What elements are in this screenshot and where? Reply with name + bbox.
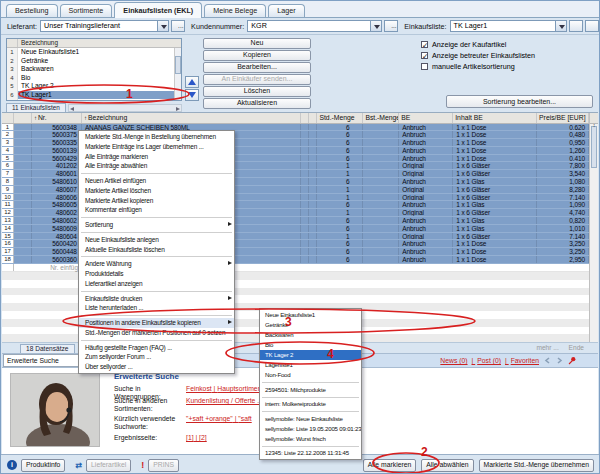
move-up-button[interactable] (185, 76, 199, 88)
menu-item[interactable]: Alle Einträge abwählen (79, 161, 234, 171)
menu-item[interactable]: Markierte Einträge ins Lager übernehmen … (79, 142, 234, 152)
submenu-item[interactable]: TK Lager 2 (260, 350, 361, 360)
gear-icon-button[interactable] (585, 20, 599, 32)
checkbox-row[interactable]: Anzeige der Kaufartikel (421, 39, 535, 50)
kundennummer-combobox[interactable]: KGR (247, 20, 382, 32)
submenu-item[interactable]: Getränke (260, 320, 361, 330)
kundennummer-browse-button[interactable]: ... (384, 20, 398, 32)
tab[interactable]: Lager (268, 4, 304, 17)
submenu-item[interactable]: Neue Einkaufsliste1 (260, 310, 361, 320)
lieferartikel-button[interactable]: Lieferartikel (86, 459, 131, 472)
scrollbar-thumb[interactable] (175, 56, 181, 74)
selection-button[interactable]: Alle abwählen (421, 459, 473, 472)
search-link[interactable]: Kundenlistung / Offerte ... (186, 397, 263, 404)
menu-item[interactable]: Kommentar einfügen (79, 205, 234, 215)
checkbox-row[interactable]: Anzeige betreuter Einkaufslisten (421, 50, 535, 61)
action-button[interactable]: Aktualisieren (203, 98, 311, 109)
news-link[interactable]: News (0) (440, 357, 467, 364)
menu-item[interactable]: Über sellyorder ... (79, 362, 234, 372)
menu-item[interactable]: Produktdetails (79, 269, 234, 279)
menu-item[interactable]: Positionen in andere Einkaufsliste kopie… (79, 318, 234, 328)
menu-item[interactable]: Liste herunterladen ... (79, 303, 234, 313)
menu-item[interactable]: Zum sellyorder Forum ... (79, 352, 234, 362)
prins-button[interactable]: PRINS (148, 459, 179, 472)
submenu-item[interactable]: intern: Molkereiprodukte (260, 399, 361, 409)
submenu-item[interactable]: sellymobile: Liste 19.05.2005 09:01:23 (260, 424, 361, 434)
search-link[interactable]: "saft (233, 415, 252, 422)
list-item[interactable]: 3 Backwaren (7, 65, 181, 74)
pin-icon[interactable] (568, 356, 576, 366)
tab[interactable]: Meine Belege (204, 4, 266, 17)
chevron-down-icon[interactable] (370, 21, 381, 31)
bezeichnung-header[interactable]: Bezeichnung (18, 39, 181, 47)
submenu-item[interactable]: sellymobile: Neue Einkaufsliste (260, 414, 361, 424)
menu-item[interactable]: Andere Währung (79, 259, 234, 269)
menu-item[interactable]: Lieferartikel anzeigen (79, 279, 234, 289)
submenu-item[interactable]: 2594501: Milchprodukte (260, 385, 361, 395)
nav-back-icon[interactable] (544, 357, 551, 365)
checkbox-icon[interactable] (421, 41, 428, 48)
lieferant-combobox[interactable]: Unser Trainingslieferant (40, 20, 169, 32)
search-link[interactable]: "+saft +orange" (186, 415, 233, 422)
menu-item[interactable]: Alle Einträge markieren (79, 152, 234, 162)
submenu-item[interactable]: 12345: Liste 22.12.2008 11:31:45 (260, 448, 361, 458)
action-button[interactable]: Bearbeiten... (203, 62, 311, 73)
menu-item[interactable]: Sortierung (79, 220, 234, 230)
submenu-item[interactable]: Bio (260, 340, 361, 350)
menu-item[interactable]: Markierte Std.-Menge in Bestellung übern… (79, 132, 234, 142)
submenu-item[interactable]: Non-Food (260, 370, 361, 380)
menu-item[interactable]: Einkaufsliste drucken (79, 294, 234, 304)
menu-item[interactable]: Std.-Mengen der markierten Positionen au… (79, 328, 234, 338)
action-button[interactable]: Löschen (203, 86, 311, 97)
selection-button[interactable]: Markierte Std.-Menge übernehmen (479, 459, 594, 472)
pager-more-link[interactable]: mehr ... (536, 344, 558, 351)
checkbox-icon[interactable] (421, 63, 428, 70)
action-button[interactable]: Kopieren (203, 50, 311, 61)
einkaufsliste-combobox[interactable]: TK Lager1 (450, 20, 567, 32)
edit-sorting-button[interactable]: Sortierung bearbeiten... (446, 95, 593, 108)
checkbox-icon[interactable] (421, 52, 428, 59)
table-header[interactable]: Nr. Bezeichnung Std.-Menge Bst.-Menge BE… (2, 113, 598, 124)
produktinfo-button[interactable]: Produktinfo (21, 459, 65, 472)
list-item[interactable]: 4 Bio (7, 74, 181, 83)
tab[interactable]: Sortimente (60, 4, 113, 17)
listbox-hscrollbar[interactable] (68, 104, 182, 112)
tab[interactable]: Bestellung (6, 4, 58, 17)
action-button[interactable]: Neu (203, 38, 311, 49)
table-scrollbar[interactable] (589, 113, 598, 342)
action-button[interactable]: An Einkäufer senden... (203, 74, 311, 85)
selection-button[interactable]: Alle markieren (363, 459, 416, 472)
submenu-item[interactable]: Lagerliste1 (260, 360, 361, 370)
sort-both-icon[interactable] (590, 113, 598, 124)
menu-item[interactable]: Markierte Artikel kopieren (79, 196, 234, 206)
menu-item[interactable]: Markierte Artikel löschen (79, 186, 234, 196)
move-down-button[interactable] (185, 89, 199, 101)
submenu-item[interactable]: sellymobile: Wurst frisch (260, 434, 361, 444)
menu-item[interactable]: Häufig gestellte Fragen (FAQ) ... (79, 343, 234, 353)
menu-item[interactable]: Neuen Artikel einfügen (79, 176, 234, 186)
list-item[interactable]: 6 TK Lager1 (7, 91, 181, 100)
menu-item[interactable]: Aktuelle Einkaufsliste löschen (79, 245, 234, 255)
checkbox-row[interactable]: manuelle Artikelsortierung (421, 61, 535, 72)
menu-item[interactable]: Neue Einkaufsliste anlegen (79, 235, 234, 245)
edit-list-icon-button[interactable] (569, 20, 583, 32)
tab[interactable]: Einkaufslisten (EKL) (114, 2, 202, 18)
chevron-down-icon[interactable] (555, 21, 566, 31)
news-link[interactable]: Post (0) (472, 357, 501, 364)
search-link[interactable]: Feinkost (186, 385, 212, 392)
list-item[interactable]: 5 TK Lager 2 (7, 82, 181, 91)
listbox-scrollbar[interactable] (174, 48, 181, 100)
news-link[interactable]: Favoriten (505, 357, 539, 364)
cell-bst-menge (363, 225, 399, 232)
search-link[interactable]: [2] (194, 434, 207, 441)
pager-end-link[interactable]: Ende (569, 344, 584, 351)
search-link[interactable]: [1] (186, 434, 194, 441)
scrollbar-thumb[interactable] (591, 126, 597, 168)
nav-forward-icon[interactable] (556, 357, 563, 365)
list-item[interactable]: 2 Getränke (7, 57, 181, 66)
list-item[interactable]: 1 Neue Einkaufsliste1 (7, 48, 181, 57)
lieferant-browse-button[interactable]: ... (171, 20, 185, 32)
chevron-down-icon[interactable] (157, 21, 168, 31)
submenu-item[interactable]: Backwaren (260, 330, 361, 340)
list-item[interactable]: 7 Lagerliste1 (7, 99, 181, 101)
